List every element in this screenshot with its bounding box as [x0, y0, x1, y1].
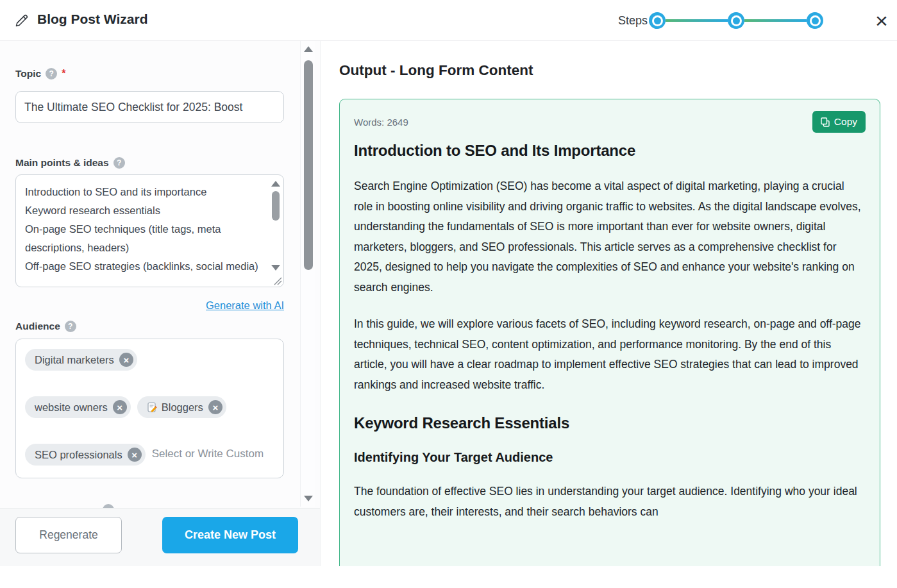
audience-tags[interactable]: Digital marketers×website owners× Blogge…: [15, 339, 284, 478]
output-panel: Output - Long Form Content Words: 2649 C…: [321, 41, 897, 588]
close-icon[interactable]: ×: [869, 8, 894, 33]
required-asterisk: *: [62, 68, 65, 80]
step-dot-2[interactable]: [728, 12, 744, 29]
main-points-label-text: Main points & ideas: [15, 157, 109, 169]
audience-tag[interactable]: Digital marketers×: [25, 349, 137, 371]
audience-tag-label: Bloggers: [162, 401, 203, 414]
output-content-box: Words: 2649 Copy Introduction to SEO and…: [339, 99, 880, 566]
audience-tag[interactable]: website owners×: [25, 396, 131, 418]
scroll-down-icon[interactable]: [304, 496, 313, 501]
topic-label: Topic ? *: [15, 68, 65, 80]
article-heading: Identifying Your Target Audience: [354, 450, 866, 465]
main-points-textarea[interactable]: Introduction to SEO and its importance K…: [15, 174, 284, 287]
copy-icon: [821, 117, 830, 127]
main-points-field: Introduction to SEO and its importance K…: [15, 174, 284, 287]
step-dot-1[interactable]: [649, 12, 666, 29]
step-connector: [744, 19, 807, 22]
regenerate-button[interactable]: Regenerate: [15, 517, 122, 553]
step-connector: [666, 19, 728, 22]
generate-with-ai-link[interactable]: Generate with AI: [206, 299, 284, 311]
scroll-up-icon[interactable]: [271, 181, 280, 187]
scrollbar-thumb[interactable]: [272, 191, 280, 221]
scrollbar-thumb[interactable]: [304, 60, 313, 270]
remove-tag-icon[interactable]: ×: [113, 400, 127, 414]
remove-tag-icon[interactable]: ×: [128, 448, 142, 462]
pencil-icon: [14, 13, 29, 28]
panel-scrollbar[interactable]: [300, 41, 315, 507]
article-heading: Introduction to SEO and Its Importance: [354, 142, 866, 160]
copy-button[interactable]: Copy: [812, 111, 866, 133]
word-count: Words: 2649: [354, 117, 408, 128]
audience-tag-label: Digital marketers: [35, 354, 114, 366]
steps-indicator: Steps: [618, 0, 823, 41]
wizard-form-panel: Topic ? * Main points & ideas ? Introduc…: [0, 41, 321, 566]
audience-label-text: Audience: [15, 321, 60, 332]
step-dot-3[interactable]: [807, 12, 823, 29]
create-new-post-button[interactable]: Create New Post: [162, 517, 298, 553]
main-points-label: Main points & ideas ?: [15, 157, 125, 169]
help-icon[interactable]: ?: [65, 321, 76, 332]
generated-article: Introduction to SEO and Its ImportanceSe…: [354, 142, 866, 522]
help-icon[interactable]: ?: [113, 157, 125, 169]
copy-button-label: Copy: [834, 116, 857, 128]
topic-label-text: Topic: [15, 68, 41, 80]
textarea-scrollbar[interactable]: [271, 181, 281, 271]
audience-tag-label: SEO professionals: [35, 449, 122, 461]
generate-with-ai-wrap: Generate with AI: [15, 299, 284, 312]
page-title: Blog Post Wizard: [37, 12, 147, 27]
blog-post-wizard-window: Blog Post Wizard Steps × Topic ? * Main …: [0, 0, 897, 588]
article-paragraph: Search Engine Optimization (SEO) has bec…: [354, 176, 866, 298]
article-paragraph: The foundation of effective SEO lies in …: [354, 482, 866, 522]
help-icon[interactable]: ?: [46, 68, 57, 80]
output-title: Output - Long Form Content: [339, 62, 533, 79]
scroll-up-icon[interactable]: [304, 46, 313, 52]
steps-label: Steps: [618, 14, 648, 28]
output-toolbar: Words: 2649 Copy: [354, 111, 866, 133]
audience-tag-label: website owners: [35, 401, 108, 414]
audience-input[interactable]: Select or Write Custom: [152, 448, 264, 466]
resize-handle-icon[interactable]: [272, 276, 282, 285]
audience-tag[interactable]: Bloggers×: [137, 396, 226, 418]
scroll-down-icon[interactable]: [271, 265, 280, 271]
memo-icon: [147, 402, 158, 413]
remove-tag-icon[interactable]: ×: [208, 400, 222, 414]
wizard-footer: Regenerate Create New Post: [0, 508, 321, 566]
remove-tag-icon[interactable]: ×: [119, 353, 133, 367]
article-paragraph: In this guide, we will explore various f…: [354, 314, 866, 395]
audience-tag[interactable]: SEO professionals×: [25, 444, 146, 466]
topic-input[interactable]: [15, 91, 284, 123]
audience-label: Audience ?: [15, 321, 76, 332]
wizard-header: Blog Post Wizard Steps ×: [0, 0, 897, 41]
article-heading: Keyword Research Essentials: [354, 414, 866, 432]
